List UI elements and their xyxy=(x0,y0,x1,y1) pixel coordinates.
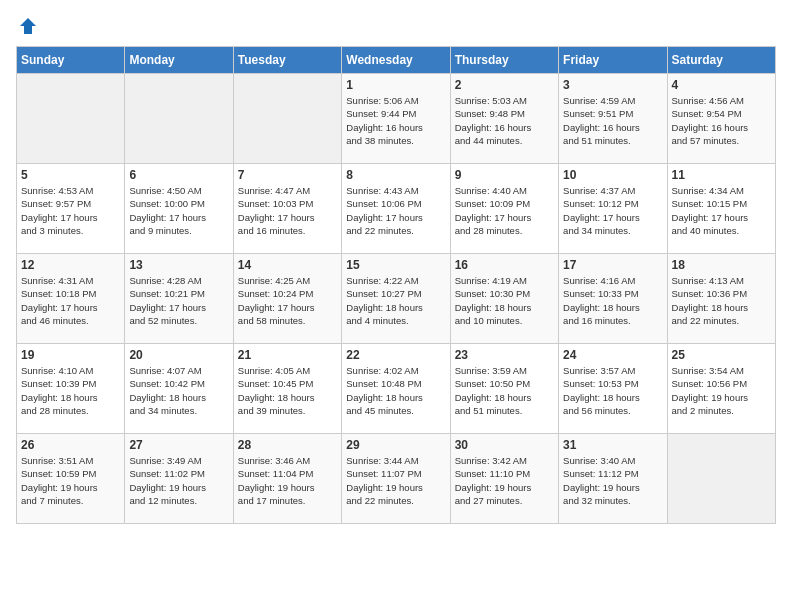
calendar-cell: 15Sunrise: 4:22 AM Sunset: 10:27 PM Dayl… xyxy=(342,254,450,344)
calendar-cell: 4Sunrise: 4:56 AM Sunset: 9:54 PM Daylig… xyxy=(667,74,775,164)
calendar-cell: 23Sunrise: 3:59 AM Sunset: 10:50 PM Dayl… xyxy=(450,344,558,434)
day-info: Sunrise: 5:06 AM Sunset: 9:44 PM Dayligh… xyxy=(346,94,445,147)
day-info: Sunrise: 3:44 AM Sunset: 11:07 PM Daylig… xyxy=(346,454,445,507)
day-info: Sunrise: 4:13 AM Sunset: 10:36 PM Daylig… xyxy=(672,274,771,327)
svg-marker-0 xyxy=(20,18,36,34)
day-number: 22 xyxy=(346,348,445,362)
calendar-cell: 8Sunrise: 4:43 AM Sunset: 10:06 PM Dayli… xyxy=(342,164,450,254)
calendar-cell: 24Sunrise: 3:57 AM Sunset: 10:53 PM Dayl… xyxy=(559,344,667,434)
calendar-body: 1Sunrise: 5:06 AM Sunset: 9:44 PM Daylig… xyxy=(17,74,776,524)
calendar-cell: 21Sunrise: 4:05 AM Sunset: 10:45 PM Dayl… xyxy=(233,344,341,434)
day-info: Sunrise: 3:46 AM Sunset: 11:04 PM Daylig… xyxy=(238,454,337,507)
calendar-cell: 20Sunrise: 4:07 AM Sunset: 10:42 PM Dayl… xyxy=(125,344,233,434)
day-number: 5 xyxy=(21,168,120,182)
day-headers-row: SundayMondayTuesdayWednesdayThursdayFrid… xyxy=(17,47,776,74)
day-number: 12 xyxy=(21,258,120,272)
calendar-week-4: 19Sunrise: 4:10 AM Sunset: 10:39 PM Dayl… xyxy=(17,344,776,434)
day-info: Sunrise: 3:54 AM Sunset: 10:56 PM Daylig… xyxy=(672,364,771,417)
day-number: 2 xyxy=(455,78,554,92)
day-number: 13 xyxy=(129,258,228,272)
day-number: 24 xyxy=(563,348,662,362)
day-number: 18 xyxy=(672,258,771,272)
day-number: 9 xyxy=(455,168,554,182)
calendar-cell: 1Sunrise: 5:06 AM Sunset: 9:44 PM Daylig… xyxy=(342,74,450,164)
day-info: Sunrise: 4:47 AM Sunset: 10:03 PM Daylig… xyxy=(238,184,337,237)
calendar-cell: 9Sunrise: 4:40 AM Sunset: 10:09 PM Dayli… xyxy=(450,164,558,254)
calendar-cell: 26Sunrise: 3:51 AM Sunset: 10:59 PM Dayl… xyxy=(17,434,125,524)
day-info: Sunrise: 4:10 AM Sunset: 10:39 PM Daylig… xyxy=(21,364,120,417)
day-number: 28 xyxy=(238,438,337,452)
day-number: 17 xyxy=(563,258,662,272)
calendar-cell: 3Sunrise: 4:59 AM Sunset: 9:51 PM Daylig… xyxy=(559,74,667,164)
day-number: 10 xyxy=(563,168,662,182)
day-number: 21 xyxy=(238,348,337,362)
calendar-header: SundayMondayTuesdayWednesdayThursdayFrid… xyxy=(17,47,776,74)
day-header-tuesday: Tuesday xyxy=(233,47,341,74)
calendar-cell: 25Sunrise: 3:54 AM Sunset: 10:56 PM Dayl… xyxy=(667,344,775,434)
calendar-week-3: 12Sunrise: 4:31 AM Sunset: 10:18 PM Dayl… xyxy=(17,254,776,344)
day-number: 16 xyxy=(455,258,554,272)
day-info: Sunrise: 4:05 AM Sunset: 10:45 PM Daylig… xyxy=(238,364,337,417)
calendar-week-1: 1Sunrise: 5:06 AM Sunset: 9:44 PM Daylig… xyxy=(17,74,776,164)
day-info: Sunrise: 4:50 AM Sunset: 10:00 PM Daylig… xyxy=(129,184,228,237)
day-number: 19 xyxy=(21,348,120,362)
calendar-cell xyxy=(125,74,233,164)
day-number: 8 xyxy=(346,168,445,182)
day-number: 29 xyxy=(346,438,445,452)
calendar-cell: 2Sunrise: 5:03 AM Sunset: 9:48 PM Daylig… xyxy=(450,74,558,164)
calendar-cell: 18Sunrise: 4:13 AM Sunset: 10:36 PM Dayl… xyxy=(667,254,775,344)
day-info: Sunrise: 4:16 AM Sunset: 10:33 PM Daylig… xyxy=(563,274,662,327)
calendar-cell: 10Sunrise: 4:37 AM Sunset: 10:12 PM Dayl… xyxy=(559,164,667,254)
calendar-cell: 31Sunrise: 3:40 AM Sunset: 11:12 PM Dayl… xyxy=(559,434,667,524)
calendar-cell xyxy=(17,74,125,164)
day-info: Sunrise: 3:51 AM Sunset: 10:59 PM Daylig… xyxy=(21,454,120,507)
day-info: Sunrise: 4:53 AM Sunset: 9:57 PM Dayligh… xyxy=(21,184,120,237)
calendar-cell: 19Sunrise: 4:10 AM Sunset: 10:39 PM Dayl… xyxy=(17,344,125,434)
day-number: 3 xyxy=(563,78,662,92)
day-header-friday: Friday xyxy=(559,47,667,74)
calendar-table: SundayMondayTuesdayWednesdayThursdayFrid… xyxy=(16,46,776,524)
logo xyxy=(16,16,38,36)
calendar-cell: 27Sunrise: 3:49 AM Sunset: 11:02 PM Dayl… xyxy=(125,434,233,524)
day-info: Sunrise: 4:37 AM Sunset: 10:12 PM Daylig… xyxy=(563,184,662,237)
calendar-cell: 22Sunrise: 4:02 AM Sunset: 10:48 PM Dayl… xyxy=(342,344,450,434)
day-number: 23 xyxy=(455,348,554,362)
day-number: 1 xyxy=(346,78,445,92)
day-number: 31 xyxy=(563,438,662,452)
day-info: Sunrise: 4:28 AM Sunset: 10:21 PM Daylig… xyxy=(129,274,228,327)
calendar-cell: 17Sunrise: 4:16 AM Sunset: 10:33 PM Dayl… xyxy=(559,254,667,344)
day-number: 14 xyxy=(238,258,337,272)
day-header-saturday: Saturday xyxy=(667,47,775,74)
day-info: Sunrise: 4:43 AM Sunset: 10:06 PM Daylig… xyxy=(346,184,445,237)
day-info: Sunrise: 4:40 AM Sunset: 10:09 PM Daylig… xyxy=(455,184,554,237)
calendar-cell: 13Sunrise: 4:28 AM Sunset: 10:21 PM Dayl… xyxy=(125,254,233,344)
calendar-cell: 5Sunrise: 4:53 AM Sunset: 9:57 PM Daylig… xyxy=(17,164,125,254)
calendar-week-2: 5Sunrise: 4:53 AM Sunset: 9:57 PM Daylig… xyxy=(17,164,776,254)
day-number: 6 xyxy=(129,168,228,182)
day-info: Sunrise: 4:59 AM Sunset: 9:51 PM Dayligh… xyxy=(563,94,662,147)
day-info: Sunrise: 4:22 AM Sunset: 10:27 PM Daylig… xyxy=(346,274,445,327)
calendar-cell: 28Sunrise: 3:46 AM Sunset: 11:04 PM Dayl… xyxy=(233,434,341,524)
day-number: 27 xyxy=(129,438,228,452)
calendar-cell: 12Sunrise: 4:31 AM Sunset: 10:18 PM Dayl… xyxy=(17,254,125,344)
day-info: Sunrise: 4:07 AM Sunset: 10:42 PM Daylig… xyxy=(129,364,228,417)
day-header-thursday: Thursday xyxy=(450,47,558,74)
day-info: Sunrise: 4:56 AM Sunset: 9:54 PM Dayligh… xyxy=(672,94,771,147)
day-number: 20 xyxy=(129,348,228,362)
day-info: Sunrise: 3:42 AM Sunset: 11:10 PM Daylig… xyxy=(455,454,554,507)
calendar-week-5: 26Sunrise: 3:51 AM Sunset: 10:59 PM Dayl… xyxy=(17,434,776,524)
day-header-monday: Monday xyxy=(125,47,233,74)
day-info: Sunrise: 4:19 AM Sunset: 10:30 PM Daylig… xyxy=(455,274,554,327)
day-number: 4 xyxy=(672,78,771,92)
day-header-wednesday: Wednesday xyxy=(342,47,450,74)
calendar-cell: 16Sunrise: 4:19 AM Sunset: 10:30 PM Dayl… xyxy=(450,254,558,344)
day-info: Sunrise: 4:25 AM Sunset: 10:24 PM Daylig… xyxy=(238,274,337,327)
day-info: Sunrise: 3:40 AM Sunset: 11:12 PM Daylig… xyxy=(563,454,662,507)
day-number: 26 xyxy=(21,438,120,452)
calendar-cell: 11Sunrise: 4:34 AM Sunset: 10:15 PM Dayl… xyxy=(667,164,775,254)
logo-icon xyxy=(18,16,38,36)
page-header xyxy=(16,16,776,36)
day-number: 11 xyxy=(672,168,771,182)
day-number: 30 xyxy=(455,438,554,452)
day-info: Sunrise: 4:31 AM Sunset: 10:18 PM Daylig… xyxy=(21,274,120,327)
